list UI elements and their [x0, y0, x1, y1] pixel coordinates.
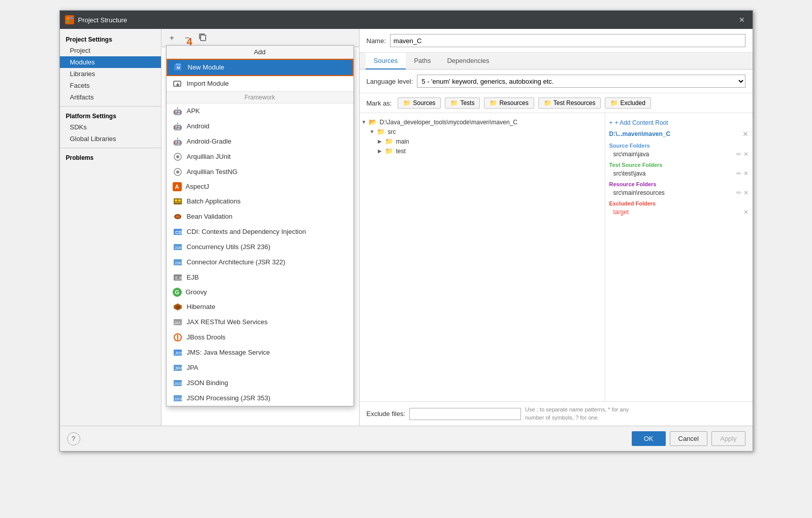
- arquillian-testng-icon: [173, 167, 183, 177]
- help-icon: ?: [72, 435, 75, 442]
- bottom-bar: ? OK Cancel Apply: [60, 426, 753, 451]
- language-level-label: Language level:: [367, 78, 413, 85]
- bean-validation-icon: [173, 212, 183, 222]
- svg-rect-41: [201, 35, 206, 41]
- hibernate-icon: [173, 302, 183, 312]
- svg-rect-16: [175, 202, 181, 203]
- mark-as-resources-button[interactable]: 📁 Resources: [484, 97, 534, 109]
- content-root-label: D:\...maven\maven_C: [609, 130, 671, 137]
- dropdown-item-jms[interactable]: JMS JMS: Java Message Service: [167, 345, 353, 360]
- edit-test-source-btn[interactable]: ✏: [736, 170, 741, 177]
- dropdown-item-arquillian-testng[interactable]: Arquillian TestNG: [167, 164, 353, 180]
- help-button[interactable]: ?: [67, 432, 80, 445]
- dropdown-item-jax[interactable]: JAX JAX RESTful Web Services: [167, 315, 353, 330]
- dropdown-item-json-processing[interactable]: JSON JSON Processing (JSR 353): [167, 391, 353, 406]
- dropdown-new-module[interactable]: M New Module: [167, 59, 353, 76]
- copy-button[interactable]: [196, 31, 209, 45]
- mark-as-tests-button[interactable]: 📁 Tests: [445, 97, 480, 109]
- sidebar-item-project[interactable]: Project: [60, 45, 161, 56]
- import-module-label: Import Module: [187, 80, 229, 87]
- copy-icon: [199, 33, 207, 43]
- apply-button[interactable]: Apply: [711, 431, 745, 446]
- resource-path: src\main\resources: [613, 189, 665, 196]
- remove-resource-btn[interactable]: ✕: [743, 189, 749, 196]
- action-buttons: OK Cancel Apply: [632, 431, 745, 446]
- ok-button[interactable]: OK: [632, 431, 666, 446]
- platform-settings-label: Platform Settings: [60, 110, 161, 121]
- mark-as-sources-button[interactable]: 📁 Sources: [398, 97, 441, 109]
- dropdown-item-aspectj[interactable]: A AspectJ: [167, 180, 353, 194]
- sidebar-item-problems[interactable]: Problems: [60, 151, 161, 164]
- src-label: src: [388, 128, 396, 135]
- sidebar-item-libraries[interactable]: Libraries: [60, 68, 161, 80]
- close-button[interactable]: ✕: [736, 14, 748, 25]
- dropdown-item-android[interactable]: 🤖 Android: [167, 119, 353, 134]
- remove-source-path-btn[interactable]: ✕: [743, 151, 749, 158]
- tree-src[interactable]: ▼ 📁 src: [360, 127, 605, 136]
- exclude-input[interactable]: [409, 408, 521, 420]
- test-source-path-item: src\test\java ✏ ✕: [609, 169, 749, 178]
- root-chevron: ▼: [362, 119, 369, 125]
- dropdown-item-json-binding[interactable]: JSON JSON Binding: [167, 375, 353, 391]
- test-resources-folder-icon: 📁: [544, 99, 551, 107]
- sidebar-item-sdks[interactable]: SDKs: [60, 121, 161, 133]
- name-input[interactable]: [390, 34, 745, 47]
- test-source-folders-title: Test Source Folders: [609, 162, 749, 168]
- dropdown-item-jpa[interactable]: JPA JPA: [167, 360, 353, 375]
- dropdown-import-module[interactable]: Import Module: [167, 76, 353, 91]
- test-label: test: [396, 148, 406, 155]
- sidebar-item-facets[interactable]: Facets: [60, 80, 161, 91]
- test-source-path-actions: ✏ ✕: [736, 170, 749, 177]
- name-row: Name:: [360, 29, 753, 53]
- dropdown-item-batch[interactable]: Batch Applications: [167, 194, 353, 209]
- source-panel: + + Add Content Root D:\...maven\maven_C…: [605, 113, 753, 401]
- sidebar-item-global-libraries[interactable]: Global Libraries: [60, 133, 161, 145]
- dropdown-add-header: Add: [167, 46, 353, 59]
- dropdown-item-connector[interactable]: JSR Connector Architecture (JSR 322): [167, 255, 353, 270]
- edit-resource-btn[interactable]: ✏: [736, 189, 741, 196]
- tree-root[interactable]: ▼ 📂 D:\Java_developer_tools\mycode\maven…: [360, 117, 605, 127]
- dropdown-item-jboss[interactable]: JBoss Drools: [167, 330, 353, 345]
- resource-path-actions: ✏ ✕: [736, 189, 749, 196]
- exclude-hint: Use ; to separate name patterns, * for a…: [525, 406, 629, 422]
- mark-as-excluded-button[interactable]: 📁 Excluded: [605, 97, 651, 109]
- tab-paths[interactable]: Paths: [406, 53, 439, 70]
- dropdown-item-concurrency[interactable]: JSR Concurrency Utils (JSR 236): [167, 239, 353, 255]
- new-module-icon: M: [174, 62, 184, 73]
- add-button[interactable]: + Add M: [166, 31, 179, 45]
- cancel-button[interactable]: Cancel: [670, 431, 707, 446]
- jpa-icon: JPA: [173, 363, 183, 373]
- dropdown-item-arquillian-junit[interactable]: Arquillian JUnit: [167, 149, 353, 164]
- svg-rect-13: [174, 198, 182, 204]
- dropdown-item-bean-validation[interactable]: Bean Validation: [167, 209, 353, 224]
- dropdown-item-hibernate[interactable]: Hibernate: [167, 299, 353, 315]
- tab-sources[interactable]: Sources: [366, 53, 406, 70]
- content-root-close-btn[interactable]: ✕: [742, 130, 749, 138]
- remove-excluded-btn[interactable]: ✕: [743, 209, 749, 216]
- dropdown-item-android-gradle[interactable]: 🤖 Android-Gradle: [167, 134, 353, 149]
- edit-source-path-btn[interactable]: ✏: [736, 151, 741, 158]
- mark-as-test-resources-button[interactable]: 📁 Test Resources: [538, 97, 601, 109]
- dropdown-item-groovy[interactable]: G Groovy: [167, 285, 353, 299]
- add-content-root-btn[interactable]: + + Add Content Root: [609, 117, 749, 128]
- apk-icon: 🤖: [173, 106, 183, 116]
- mark-as-label: Mark as:: [367, 99, 392, 107]
- tab-dependencies[interactable]: Dependencies: [439, 53, 497, 70]
- sidebar-divider-2: [60, 148, 161, 148]
- sources-folder-icon: 📁: [403, 99, 411, 107]
- svg-text:JSON: JSON: [174, 397, 182, 401]
- source-path-main-java: src\main\java: [613, 151, 649, 158]
- dropdown-item-ejb[interactable]: EJB EJB: [167, 270, 353, 285]
- svg-rect-1: [70, 17, 73, 19]
- sidebar-item-artifacts[interactable]: Artifacts: [60, 91, 161, 103]
- remove-test-source-btn[interactable]: ✕: [743, 170, 749, 177]
- language-level-select[interactable]: 5 - 'enum' keyword, generics, autoboxing…: [417, 75, 745, 88]
- dropdown-item-cdi[interactable]: CDI CDI: Contexts and Dependency Injecti…: [167, 224, 353, 239]
- svg-rect-15: [178, 199, 181, 201]
- tree-main[interactable]: ▶ 📁 main: [360, 136, 605, 146]
- tree-test[interactable]: ▶ 📁 test: [360, 146, 605, 156]
- root-label: D:\Java_developer_tools\mycode\maven\mav…: [380, 119, 517, 126]
- sidebar-item-modules[interactable]: Modules: [60, 56, 161, 68]
- content-root-path: D:\...maven\maven_C ✕: [609, 128, 749, 140]
- dropdown-item-apk[interactable]: 🤖 APK: [167, 103, 353, 119]
